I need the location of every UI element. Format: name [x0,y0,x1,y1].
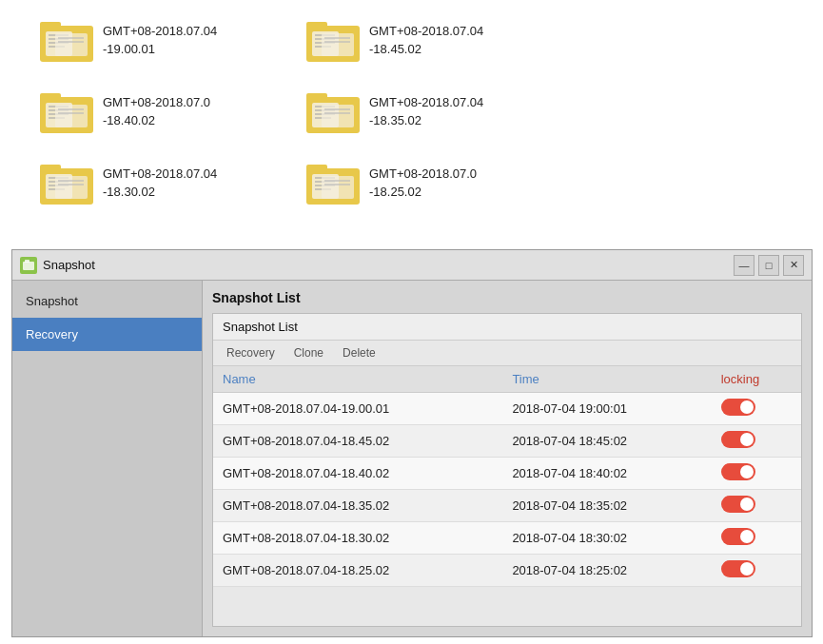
window-body: Snapshot Recovery Snapshot List Snapshot… [12,281,812,636]
svg-rect-51 [306,165,327,172]
folder-icon [38,86,95,138]
cell-name: GMT+08-2018.07.04-18.25.02 [213,555,502,587]
clone-button[interactable]: Clone [290,344,327,361]
close-button[interactable]: ✕ [783,255,804,276]
snapshot-table: Name Time locking GMT+08-2018.07.04-19.0… [213,366,801,626]
minimize-button[interactable]: — [734,255,754,276]
folder-item-1[interactable]: GMT+08-2018.07.04-19.00.01 [38,14,304,67]
svg-rect-47 [55,176,88,199]
inner-panel-header: Snapshot List [213,314,801,341]
maximize-button[interactable]: □ [758,255,779,276]
cell-locking[interactable] [712,490,801,522]
folder-item-4[interactable]: GMT+08-2018.07.04-18.35.02 [304,86,571,138]
recovery-button[interactable]: Recovery [223,344,279,361]
locking-toggle[interactable] [721,560,755,577]
table-row[interactable]: GMT+08-2018.07.04-18.25.02 2018-07-04 18… [213,555,801,587]
svg-rect-21 [40,93,61,101]
folder-label: GMT+08-2018.07.04-18.30.02 [103,166,217,200]
title-bar: Snapshot — □ ✕ [12,250,812,281]
cell-name: GMT+08-2018.07.04-19.00.01 [213,393,502,425]
col-header-name: Name [213,366,502,393]
locking-toggle[interactable] [721,399,755,416]
folder-item-5[interactable]: GMT+08-2018.07.04-18.30.02 [38,157,304,209]
folder-item-3[interactable]: GMT+08-2018.07.0-18.40.02 [38,86,304,138]
col-header-time: Time [502,366,711,393]
table-row[interactable]: GMT+08-2018.07.04-18.30.02 2018-07-04 18… [213,522,801,555]
cell-time: 2018-07-04 18:40:02 [502,458,711,490]
locking-toggle[interactable] [721,496,755,513]
folder-item-2[interactable]: GMT+08-2018.07.04-18.45.02 [304,14,571,67]
cell-time: 2018-07-04 18:25:02 [502,555,711,587]
svg-rect-41 [40,165,61,172]
cell-name: GMT+08-2018.07.04-18.30.02 [213,522,502,555]
svg-rect-27 [55,105,88,127]
locking-toggle[interactable] [721,431,755,448]
svg-rect-31 [306,93,327,101]
locking-toggle[interactable] [721,528,755,545]
folder-label: GMT+08-2018.07.04-18.45.02 [369,23,483,57]
folder-label: GMT+08-2018.07.04-19.00.01 [103,23,217,57]
col-header-locking: locking [712,366,801,393]
svg-rect-60 [23,262,34,270]
folder-label: GMT+08-2018.07.0-18.40.02 [103,94,210,128]
svg-rect-37 [322,105,354,127]
sidebar-item-recovery[interactable]: Recovery [12,318,202,351]
app-icon [20,257,37,274]
inner-panel: Snapshot List Recovery Clone Delete Name… [212,313,802,627]
svg-rect-1 [40,22,61,29]
cell-time: 2018-07-04 18:35:02 [502,490,711,522]
section-title: Snapshot List [212,290,802,305]
locking-toggle[interactable] [721,463,755,480]
folder-label: GMT+08-2018.07.0-18.25.02 [369,166,477,200]
main-content: Snapshot List Snapshot List Recovery Clo… [203,281,812,636]
cell-locking[interactable] [712,393,801,425]
folder-icon [304,157,362,209]
cell-locking[interactable] [712,555,801,587]
folder-area: GMT+08-2018.07.04-19.00.01 GMT+08-2018.0… [0,0,823,233]
table-row[interactable]: GMT+08-2018.07.04-18.40.02 2018-07-04 18… [213,458,801,490]
window-title: Snapshot [43,258,734,272]
table-row[interactable]: GMT+08-2018.07.04-19.00.01 2018-07-04 19… [213,393,801,425]
data-table: Name Time locking GMT+08-2018.07.04-19.0… [213,366,801,587]
cell-locking[interactable] [712,522,801,555]
cell-locking[interactable] [712,458,801,490]
cell-name: GMT+08-2018.07.04-18.35.02 [213,490,502,522]
folder-item-6[interactable]: GMT+08-2018.07.0-18.25.02 [304,157,571,209]
window-controls: — □ ✕ [734,255,804,276]
delete-button[interactable]: Delete [339,344,380,361]
cell-name: GMT+08-2018.07.04-18.40.02 [213,458,502,490]
toolbar-row: Recovery Clone Delete [213,341,801,366]
folder-icon [38,157,95,209]
cell-locking[interactable] [712,425,801,458]
svg-rect-11 [306,22,327,29]
folder-icon [38,14,95,67]
table-row[interactable]: GMT+08-2018.07.04-18.45.02 2018-07-04 18… [213,425,801,458]
sidebar-item-snapshot[interactable]: Snapshot [12,284,202,318]
folder-icon [304,86,362,138]
sidebar: Snapshot Recovery [12,281,203,636]
folder-icon [304,14,362,67]
cell-time: 2018-07-04 18:45:02 [502,425,711,458]
cell-time: 2018-07-04 19:00:01 [502,393,711,425]
folder-label: GMT+08-2018.07.04-18.35.02 [369,94,483,128]
table-row[interactable]: GMT+08-2018.07.04-18.35.02 2018-07-04 18… [213,490,801,522]
cell-time: 2018-07-04 18:30:02 [502,522,711,555]
app-window: Snapshot — □ ✕ Snapshot Recovery Snapsho… [11,249,813,637]
svg-rect-61 [25,260,29,263]
table-header-row: Name Time locking [213,366,801,393]
svg-rect-7 [55,33,88,56]
svg-rect-57 [322,176,354,199]
cell-name: GMT+08-2018.07.04-18.45.02 [213,425,502,458]
svg-rect-17 [322,33,354,56]
